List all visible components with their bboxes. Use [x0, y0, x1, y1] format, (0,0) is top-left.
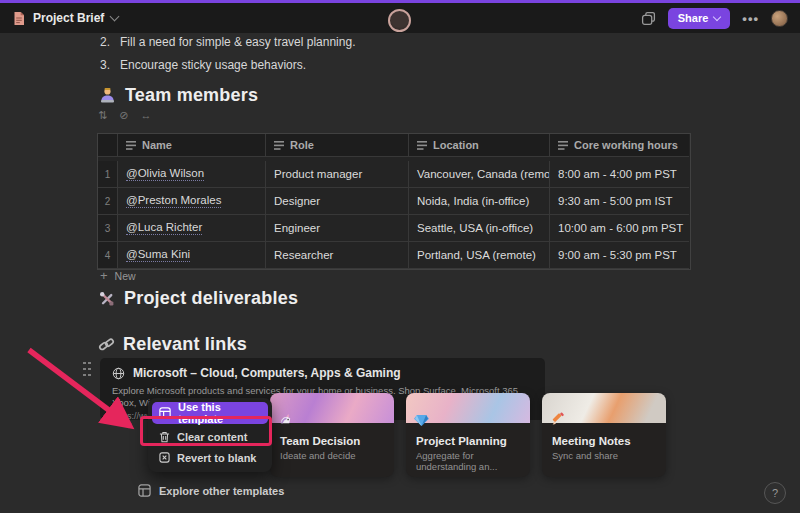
- section-heading-team-members: Team members: [98, 85, 258, 106]
- help-button[interactable]: ?: [764, 482, 786, 504]
- breadcrumb[interactable]: Project Brief: [12, 11, 118, 26]
- page-doc-icon: [12, 11, 26, 26]
- templates-grid-icon: [138, 484, 151, 497]
- cell-name[interactable]: @Preston Morales: [118, 188, 266, 215]
- use-this-template-button[interactable]: Use this template: [152, 402, 268, 424]
- text-property-icon: [558, 141, 568, 150]
- template-subtitle: Sync and share: [552, 450, 656, 461]
- cell-location[interactable]: Portland, USA (remote): [409, 242, 550, 269]
- sort-icon[interactable]: ⇅: [98, 109, 107, 122]
- share-button[interactable]: Share: [668, 8, 731, 29]
- template-thumbnail: [406, 393, 530, 423]
- more-options-button[interactable]: •••: [742, 11, 759, 26]
- cell-location[interactable]: Vancouver, Canada (remote): [409, 161, 550, 188]
- section-title: Team members: [125, 85, 258, 106]
- gem-emoji-icon: [414, 414, 429, 427]
- menu-label: Use this template: [178, 401, 261, 425]
- cell-location[interactable]: Seattle, USA (in-office): [409, 215, 550, 242]
- column-header-hours[interactable]: Core working hours: [550, 134, 689, 157]
- user-mention[interactable]: @Olivia Wilson: [126, 167, 204, 181]
- cell-role[interactable]: Designer: [266, 188, 409, 215]
- list-item[interactable]: 2. Fill a need for simple & easy travel …: [100, 35, 355, 49]
- row-number: 1: [98, 161, 118, 188]
- template-title: Meeting Notes: [552, 435, 656, 447]
- menu-label: Revert to blank: [177, 452, 256, 464]
- page-title: Project Brief: [33, 11, 104, 25]
- template-card-team-decision[interactable]: Team Decision Ideate and decide: [270, 393, 394, 477]
- row-number: 3: [98, 215, 118, 242]
- resize-columns-icon[interactable]: ↔: [140, 109, 151, 122]
- cell-role[interactable]: Product manager: [266, 161, 409, 188]
- section-heading-deliverables: Project deliverables: [98, 288, 298, 309]
- chevron-down-icon[interactable]: [110, 12, 120, 22]
- globe-icon: [112, 367, 125, 380]
- list-text: Encourage sticky usage behaviors.: [120, 58, 306, 72]
- column-header-role[interactable]: Role: [266, 134, 409, 157]
- block-drag-handle-icon[interactable]: [82, 360, 92, 376]
- column-label: Core working hours: [574, 139, 678, 151]
- menu-label: Clear content: [177, 431, 247, 443]
- user-mention[interactable]: @Suma Kini: [126, 248, 190, 262]
- duplicate-icon[interactable]: [641, 11, 656, 26]
- square-x-icon: [159, 452, 170, 463]
- share-label: Share: [678, 12, 709, 24]
- column-label: Location: [433, 139, 479, 151]
- cell-location[interactable]: Noida, India (in-office): [409, 188, 550, 215]
- cell-name[interactable]: @Olivia Wilson: [118, 161, 266, 188]
- template-thumbnail: [542, 393, 666, 423]
- technologist-emoji-icon: [98, 86, 117, 105]
- new-row-label: New: [115, 270, 136, 282]
- template-subtitle: Ideate and decide: [280, 450, 384, 461]
- cell-hours[interactable]: 10:00 am - 6:00 pm PST: [550, 215, 689, 242]
- plus-icon: +: [100, 268, 108, 283]
- template-subtitle: Aggregate for understanding an...: [416, 450, 520, 472]
- user-mention[interactable]: @Luca Richter: [126, 221, 202, 235]
- template-title: Project Planning: [416, 435, 520, 447]
- tools-emoji-icon: [98, 290, 116, 308]
- cell-hours[interactable]: 9:30 am - 5:00 pm IST: [550, 188, 689, 215]
- collaborator-avatar[interactable]: [388, 9, 411, 32]
- template-card-meeting-notes[interactable]: Meeting Notes Sync and share: [542, 393, 666, 477]
- share-chevron-icon: [713, 12, 721, 20]
- table-toolbar: ⇅ ⊘ ↔: [98, 109, 151, 122]
- link-title[interactable]: Microsoft – Cloud, Computers, Apps & Gam…: [133, 366, 401, 380]
- user-avatar[interactable]: [771, 10, 788, 27]
- notion-app-window: Project Brief Share ••• 2. Fill a need f…: [0, 0, 800, 513]
- team-members-table[interactable]: Name Role Location Core working hours 1 …: [97, 133, 691, 270]
- cell-hours[interactable]: 9:00 am - 5:30 pm PST: [550, 242, 689, 269]
- cell-role[interactable]: Engineer: [266, 215, 409, 242]
- explore-other-templates-button[interactable]: Explore other templates: [138, 484, 284, 497]
- cell-role[interactable]: Researcher: [266, 242, 409, 269]
- section-heading-links: Relevant links: [98, 334, 247, 355]
- row-number: 4: [98, 242, 118, 269]
- table-new-row-button[interactable]: + New: [100, 268, 136, 283]
- link-emoji-icon: [98, 336, 115, 353]
- revert-to-blank-button[interactable]: Revert to blank: [152, 447, 268, 468]
- list-text: Fill a need for simple & easy travel pla…: [120, 35, 355, 49]
- template-thumbnail: [270, 393, 394, 423]
- column-header-name[interactable]: Name: [118, 134, 266, 157]
- column-label: Name: [142, 139, 172, 151]
- text-property-icon: [417, 141, 427, 150]
- template-context-menu: Use this template Clear content Revert t…: [148, 398, 272, 472]
- cell-name[interactable]: @Luca Richter: [118, 215, 266, 242]
- row-number: 2: [98, 188, 118, 215]
- user-mention[interactable]: @Preston Morales: [126, 194, 221, 208]
- text-property-icon: [126, 141, 136, 150]
- column-header-location[interactable]: Location: [409, 134, 550, 157]
- section-title: Relevant links: [123, 334, 247, 355]
- text-property-icon: [274, 141, 284, 150]
- list-item[interactable]: 3. Encourage sticky usage behaviors.: [100, 58, 306, 72]
- list-number: 3.: [100, 58, 110, 72]
- clear-content-button[interactable]: Clear content: [152, 426, 268, 447]
- trash-icon: [159, 431, 170, 443]
- hide-icon[interactable]: ⊘: [119, 109, 128, 122]
- topbar: Project Brief Share •••: [0, 3, 800, 33]
- template-icon: [159, 407, 171, 419]
- template-card-project-planning[interactable]: Project Planning Aggregate for understan…: [406, 393, 530, 477]
- section-title: Project deliverables: [124, 288, 298, 309]
- cell-name[interactable]: @Suma Kini: [118, 242, 266, 269]
- cell-hours[interactable]: 8:00 am - 4:00 pm PST: [550, 161, 689, 188]
- table-corner: [98, 134, 118, 157]
- list-number: 2.: [100, 35, 110, 49]
